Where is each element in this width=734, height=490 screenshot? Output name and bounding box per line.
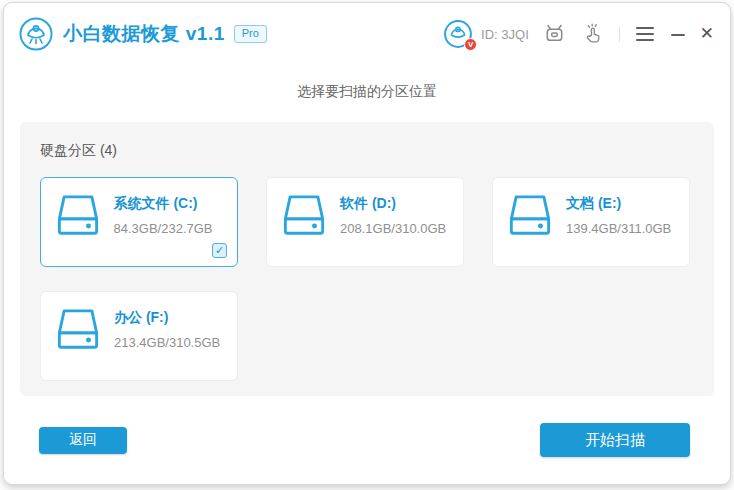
hamburger-menu-icon[interactable] <box>636 27 654 41</box>
titlebar-right: V ID: 3JQI ✕ <box>443 19 714 49</box>
partition-name: 软件 (D:) <box>340 195 446 213</box>
minimize-icon[interactable] <box>670 26 686 42</box>
pro-badge: Pro <box>234 25 267 43</box>
app-title: 小白数据恢复 v1.1 <box>63 21 225 47</box>
tap-hand-icon[interactable] <box>581 22 605 46</box>
partition-capacity: 213.4GB/310.5GB <box>114 335 220 350</box>
app-window: 小白数据恢复 v1.1 Pro V ID: 3JQI <box>3 2 731 485</box>
section-label: 硬盘分区 (4) <box>40 142 694 160</box>
partition-name: 文档 (E:) <box>566 195 671 213</box>
partition-name: 办公 (F:) <box>114 309 220 327</box>
drive-icon <box>281 194 327 238</box>
partition-card[interactable]: 软件 (D:) 208.1GB/310.0GB <box>266 177 464 267</box>
partition-capacity: 84.3GB/232.7GB <box>114 221 213 236</box>
page-title: 选择要扫描的分区位置 <box>4 83 730 101</box>
partition-card[interactable]: 办公 (F:) 213.4GB/310.5GB <box>40 291 238 381</box>
drive-icon <box>55 308 101 352</box>
partition-card[interactable]: 系统文件 (C:) 84.3GB/232.7GB ✓ <box>40 177 238 267</box>
vip-badge-icon: V <box>464 38 477 51</box>
partition-card[interactable]: 文档 (E:) 139.4GB/311.0GB <box>492 177 690 267</box>
drive-icon <box>55 194 101 238</box>
user-avatar[interactable]: V <box>443 19 473 49</box>
support-robot-icon[interactable] <box>543 22 567 46</box>
titlebar-divider <box>619 26 620 42</box>
user-id: ID: 3JQI <box>481 27 529 42</box>
partition-capacity: 208.1GB/310.0GB <box>340 221 446 236</box>
back-button[interactable]: 返回 <box>39 427 127 454</box>
partition-checkbox[interactable]: ✓ <box>212 243 227 258</box>
start-scan-button[interactable]: 开始扫描 <box>540 423 690 457</box>
partition-grid: 系统文件 (C:) 84.3GB/232.7GB ✓ 软件 (D:) 208.1… <box>40 177 694 381</box>
drive-icon <box>507 194 553 238</box>
partition-name: 系统文件 (C:) <box>114 195 213 213</box>
titlebar: 小白数据恢复 v1.1 Pro V ID: 3JQI <box>4 3 730 65</box>
partition-capacity: 139.4GB/311.0GB <box>566 221 671 236</box>
partitions-panel: 硬盘分区 (4) 系统文件 (C:) 84.3GB/232.7GB ✓ 软件 (… <box>20 122 714 396</box>
app-logo-icon <box>18 16 54 52</box>
close-icon[interactable]: ✕ <box>700 26 714 42</box>
footer: 返回 开始扫描 <box>39 419 690 461</box>
